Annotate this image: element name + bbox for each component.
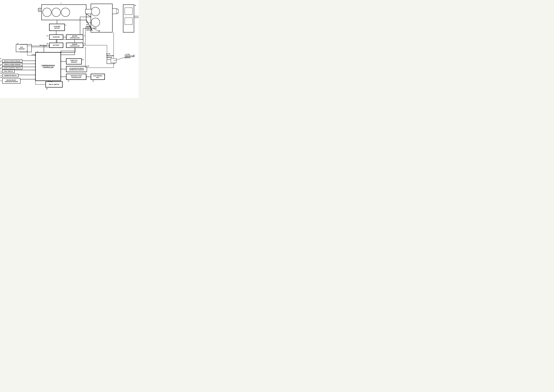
wavy-19: 〜 [0, 80, 2, 82]
engine-controller-box: ENGINECONTROLLER [66, 43, 83, 48]
motor-controller-box: MOTORCONTROLLER [66, 35, 83, 40]
svg-point-3 [61, 8, 70, 17]
door-courtesy-number: 8 [0, 65, 1, 66]
starter-motor-number: 2 [65, 24, 66, 26]
comprehensive-controller-box: COMPREHENSIVECONTROLLER [36, 52, 61, 81]
svg-point-1 [43, 8, 51, 17]
throttle-sensor-box: THROTTLESENSOR [66, 58, 82, 64]
oil-pressure-indicator [107, 59, 115, 64]
brake-boost-sensor-label: 〜 BRAKE BOOSTPRESSURE SENSOR [0, 78, 21, 84]
svg-rect-9 [112, 8, 117, 14]
identification-controller-box: IDENTIFICATIONCONTROLLER [66, 74, 86, 80]
door-courtesy-switch-label: 〜 DOOR COURTESY SWITCH [0, 66, 22, 70]
engine-controller-number: 3 [84, 43, 85, 44]
seat-switch-number: 9 [0, 68, 1, 70]
wavy-18: 〜 [0, 74, 2, 77]
relay-switch-box: RELAY SWITCH [46, 82, 63, 87]
svg-marker-94 [85, 47, 86, 48]
inverter-number: 17 [46, 35, 48, 37]
oil-pressure-sensor-label: 21 OILPRESSURESENSOR [106, 53, 114, 58]
starter-motor-box: STARTERMOTOR [49, 24, 65, 31]
svg-rect-12 [125, 8, 132, 15]
brake-boost-number: 19 [0, 77, 2, 78]
electronic-key-number: 12 [92, 80, 94, 82]
water-temp-sensor-label: 20 WATERTEMPERATURESENSOR [86, 24, 97, 31]
svg-rect-10 [117, 9, 119, 13]
motor-controller-number: 4 [84, 35, 85, 37]
svg-marker-99 [39, 45, 40, 46]
svg-point-7 [91, 7, 100, 16]
brake-stroke-sensor-label: 〜 BRAKE STROKE SENSOR [0, 59, 22, 63]
vehicle-speed-number: 7 [0, 61, 1, 63]
inverter-box: INVERTER [49, 35, 63, 40]
inhibitor-switch-label: 〜 INHIBITOR SWITCH [0, 74, 18, 77]
accel-pedal-sensor-box: ACCELERATOR PEDALDEPRESSION SENSOR [66, 66, 87, 72]
soc-sensor-box: SOCSENSOR [16, 44, 27, 52]
svg-rect-0 [42, 5, 86, 20]
svg-rect-16 [86, 9, 92, 14]
accel-pedal-sensor-number: 22 [87, 65, 89, 67]
transmission-number: 31 [135, 5, 136, 6]
svg-rect-13 [125, 18, 132, 25]
svg-line-17 [86, 14, 91, 17]
svg-rect-4 [38, 8, 42, 11]
oil-temp-sensor-label: —16 OIL TEMPERATURESENSOR [124, 54, 139, 58]
vehicle-speed-sensor-label: 〜 VEHICLE SPEED SENSOR [0, 63, 22, 66]
svg-marker-102 [46, 45, 47, 46]
inhibitor-number: 18 [0, 72, 2, 74]
identification-controller-number: 11 [68, 80, 69, 82]
relay-switch-number: 10 [46, 88, 48, 90]
brake-stroke-number: 6 [0, 58, 1, 60]
soc-sensor-number: 14 [17, 43, 18, 44]
battery-box: BATTERY [49, 43, 63, 48]
battery-number: 13 [46, 43, 48, 44]
engine-number: 1 [61, 2, 61, 4]
svg-rect-5 [39, 8, 41, 12]
wavy-9: 〜 [0, 70, 2, 72]
system-diagram: 1 STARTERMOTOR 2 INVERTER 17 MOTORCONTRO… [0, 0, 139, 98]
comprehensive-controller-number: 5 [37, 51, 38, 53]
throttle-sensor-number: 15 [82, 59, 84, 61]
svg-point-2 [52, 8, 60, 17]
seat-switch-label: 〜 SEAT SWITCH [0, 70, 15, 73]
motor-number: 30 [99, 30, 100, 32]
electronic-key-box: ELECTRONICKEY [91, 74, 105, 80]
svg-rect-11 [123, 5, 134, 32]
